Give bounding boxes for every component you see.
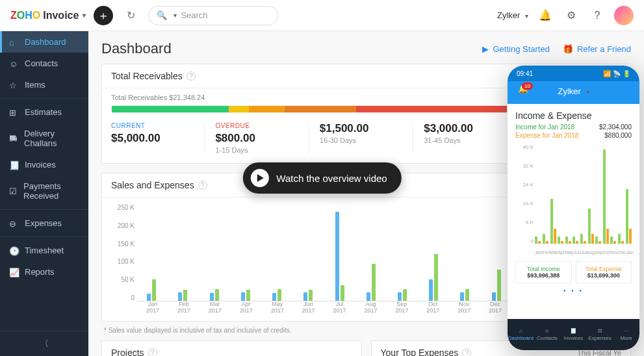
play-icon [250, 169, 268, 187]
sidebar-item-label: Items [25, 80, 45, 90]
signal-icon: 📶 📡 🔋 [603, 70, 630, 77]
invoice-icon: 🧾 [9, 160, 18, 170]
sidebar-item-contacts[interactable]: ☺Contacts [0, 53, 88, 74]
help-icon[interactable]: ? [588, 6, 606, 25]
page-dots[interactable]: • • • [515, 287, 632, 294]
phone-section-title: Income & Expense [515, 110, 632, 121]
expenses-icon: ⊖ [9, 219, 18, 228]
phone-time: 09:41 [517, 70, 533, 77]
refer-friend-link[interactable]: 🎁Refer a Friend [563, 44, 631, 54]
search-input[interactable]: 🔍 ▾ Search [148, 6, 278, 25]
items-icon: ☆ [9, 81, 18, 90]
truck-icon: ⛟ [9, 134, 18, 143]
projects-card: Projects? [101, 340, 362, 356]
video-label: Watch the overview video [276, 173, 387, 184]
sidebar-item-label: Expenses [25, 218, 62, 228]
sidebar-item-label: Contacts [25, 58, 58, 68]
phone-income-label: Income for Jan 2018 [515, 123, 574, 131]
contacts-icon: ☺ [9, 59, 18, 68]
card-title: Total Receivables [111, 71, 183, 81]
help-icon[interactable]: ? [187, 71, 196, 81]
help-icon[interactable]: ? [462, 348, 471, 356]
chevron-down-icon[interactable]: ▾ [83, 12, 86, 19]
add-button[interactable]: ＋ [94, 6, 113, 25]
sidebar-item-payments[interactable]: ☑Payments Received [0, 175, 88, 207]
sidebar-item-reports[interactable]: 📈Reports [0, 261, 88, 283]
bucket-overdue-1: OVERDUE$800.001-15 Days [204, 122, 308, 154]
sidebar-item-estimates[interactable]: ⊞Estimates [0, 101, 88, 123]
more-icon: ⋯ [624, 328, 629, 334]
bell-icon[interactable]: 🔔 [536, 6, 554, 25]
phone-tab-dashboard[interactable]: ⌂Dashboard [508, 319, 534, 350]
sidebar-item-label: Payments Received [23, 181, 79, 201]
sidebar-item-label: Delivery Challans [24, 129, 79, 148]
card-title: Sales and Expenses [111, 180, 194, 190]
sidebar-item-expenses[interactable]: ⊖Expenses [0, 212, 88, 234]
chevron-down-icon[interactable]: ▾ [174, 12, 177, 19]
bucket-overdue-3: $3,000.0031-45 Days [413, 122, 517, 154]
watch-video-button[interactable]: Watch the overview video [242, 162, 401, 194]
phone-tab-contacts[interactable]: ☺Contacts [534, 319, 561, 350]
sidebar-item-label: Timesheet [25, 246, 64, 255]
sidebar: ⌂Dashboard ☺Contacts ☆Items ⊞Estimates ⛟… [0, 31, 88, 356]
dashboard-icon: ⌂ [9, 38, 18, 47]
avatar[interactable] [614, 6, 634, 25]
phone-expense-value: $880,000 [604, 132, 632, 139]
phone-total-expense-box: Total Expense$13,699,300 [576, 261, 632, 283]
expenses-icon: ⊟ [598, 328, 602, 334]
play-icon: ▶ [482, 44, 489, 54]
org-switcher[interactable]: Zylker ▾ [497, 10, 528, 20]
sidebar-item-delivery-challans[interactable]: ⛟Delivery Challans [0, 123, 88, 154]
sidebar-item-timesheet[interactable]: 🕑Timesheet [0, 240, 88, 261]
sidebar-item-label: Dashboard [25, 37, 66, 47]
sidebar-collapse-button[interactable]: 〈 [0, 331, 88, 356]
bucket-current: CURRENT$5,000.00 [111, 122, 204, 154]
phone-tab-invoices[interactable]: 🧾Invoices [560, 319, 587, 350]
reports-icon: 📈 [9, 268, 18, 277]
gift-icon: 🎁 [563, 44, 573, 54]
gear-icon[interactable]: ⚙ [562, 6, 580, 25]
notification-badge: 10 [522, 83, 533, 90]
brand-product: Invoice [43, 10, 79, 21]
sidebar-item-label: Invoices [25, 160, 56, 170]
card-title: Your Top Expenses [381, 348, 459, 356]
sidebar-item-label: Estimates [25, 107, 62, 117]
phone-chart: 40 K32 K24 K16 K8 K0JanFebMarAprMayJunJu… [515, 144, 632, 255]
history-icon[interactable]: ↻ [121, 6, 140, 25]
payments-icon: ☑ [9, 186, 17, 196]
sidebar-item-dashboard[interactable]: ⌂Dashboard [0, 31, 88, 53]
bell-icon[interactable]: 🔔10 [517, 84, 530, 97]
sidebar-item-label: Reports [25, 267, 55, 277]
page-title: Dashboard [101, 40, 172, 57]
dashboard-icon: ⌂ [519, 328, 522, 334]
help-icon[interactable]: ? [198, 181, 207, 190]
phone-header: 🔔10 Zylker ▾ [508, 81, 639, 104]
phone-expense-label: Expense for Jan 2018 [515, 132, 578, 139]
phone-preview: 09:41📶 📡 🔋 🔔10 Zylker ▾ Income & Expense… [507, 65, 640, 351]
search-placeholder: Search [181, 10, 207, 20]
invoice-icon: 🧾 [570, 328, 576, 334]
sales-chart: 250 K200 K150 K100 K50 K0Jan2017Feb2017M… [111, 204, 542, 314]
phone-tab-more[interactable]: ⋯More [613, 319, 639, 350]
sidebar-item-invoices[interactable]: 🧾Invoices [0, 154, 88, 175]
phone-income-value: $2,304,000 [599, 123, 632, 131]
top-bar: ZOHO Invoice ▾ ＋ ↻ 🔍 ▾ Search Zylker ▾ 🔔… [0, 0, 644, 31]
estimates-icon: ⊞ [9, 108, 18, 117]
phone-tab-expenses[interactable]: ⊟Expenses [587, 319, 613, 350]
help-icon[interactable]: ? [148, 348, 157, 356]
logo[interactable]: ZOHO Invoice ▾ [10, 10, 86, 21]
sidebar-item-items[interactable]: ☆Items [0, 74, 88, 95]
card-title: Projects [111, 348, 144, 356]
getting-started-link[interactable]: ▶Getting Started [482, 44, 549, 54]
search-icon: 🔍 [157, 10, 167, 20]
contacts-icon: ☺ [545, 328, 550, 334]
bucket-overdue-2: $1,500.0016-30 Days [309, 122, 413, 154]
clock-icon: 🕑 [9, 246, 18, 255]
phone-total-income-box: Total Income$93,996,388 [515, 261, 572, 283]
phone-tabbar: ⌂Dashboard ☺Contacts 🧾Invoices ⊟Expenses… [508, 319, 639, 350]
